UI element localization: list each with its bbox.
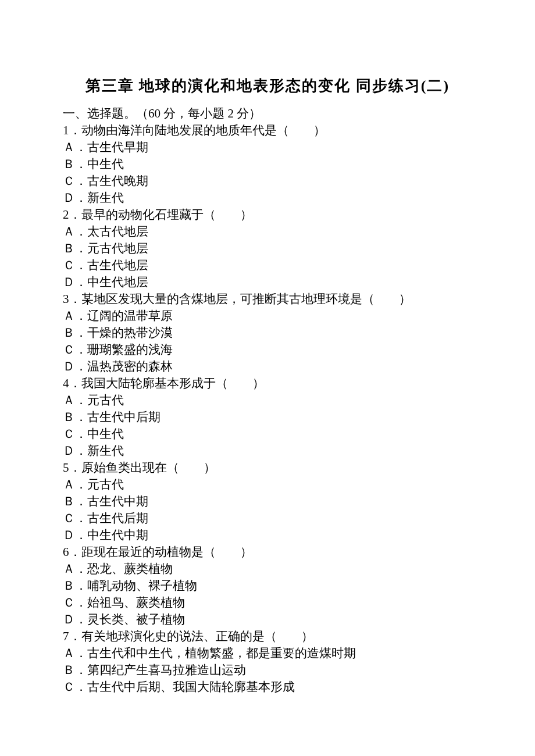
option-d: Ｄ．灵长类、被子植物 [63, 611, 472, 628]
question-stem: 2．最早的动物化石埋藏于（ ） [63, 206, 472, 223]
option-c: Ｃ．古生代地层 [63, 257, 472, 274]
option-b: Ｂ．古生代中后期 [63, 409, 472, 426]
question-5: 5．原始鱼类出现在（ ） Ａ．元古代 Ｂ．古生代中期 Ｃ．古生代后期 Ｄ．中生代… [63, 459, 472, 544]
option-c: Ｃ．中生代 [63, 426, 472, 443]
option-d: Ｄ．新生代 [63, 190, 472, 206]
question-3: 3．某地区发现大量的含煤地层，可推断其古地理环境是（ ） Ａ．辽阔的温带草原 Ｂ… [63, 291, 472, 375]
option-b: Ｂ．元古代地层 [63, 240, 472, 257]
option-a: Ａ．恐龙、蕨类植物 [63, 561, 472, 577]
option-d: Ｄ．中生代地层 [63, 274, 472, 291]
question-stem: 6．距现在最近的动植物是（ ） [63, 544, 472, 561]
option-a: Ａ．古生代早期 [63, 139, 472, 156]
question-6: 6．距现在最近的动植物是（ ） Ａ．恐龙、蕨类植物 Ｂ．哺乳动物、裸子植物 Ｃ．… [63, 544, 472, 628]
question-stem: 1．动物由海洋向陆地发展的地质年代是（ ） [63, 122, 472, 139]
document-content: 第三章 地球的演化和地表形态的变化 同步练习(二) 一、选择题。（60 分，每小… [63, 76, 472, 696]
option-b: Ｂ．干燥的热带沙漠 [63, 324, 472, 341]
question-stem: 7．有关地球演化史的说法、正确的是（ ） [63, 628, 472, 645]
question-1: 1．动物由海洋向陆地发展的地质年代是（ ） Ａ．古生代早期 Ｂ．中生代 Ｃ．古生… [63, 122, 472, 206]
question-2: 2．最早的动物化石埋藏于（ ） Ａ．太古代地层 Ｂ．元古代地层 Ｃ．古生代地层 … [63, 206, 472, 291]
option-c: Ｃ．古生代后期 [63, 510, 472, 527]
option-d: Ｄ．中生代中期 [63, 527, 472, 544]
option-a: Ａ．元古代 [63, 392, 472, 409]
option-b: Ｂ．古生代中期 [63, 493, 472, 510]
option-d: Ｄ．温热茂密的森林 [63, 358, 472, 375]
chapter-title: 第三章 地球的演化和地表形态的变化 同步练习(二) [63, 76, 472, 96]
option-a: Ａ．古生代和中生代，植物繁盛，都是重要的造煤时期 [63, 645, 472, 662]
option-c: Ｃ．古生代中后期、我国大陆轮廓基本形成 [63, 679, 472, 696]
question-7: 7．有关地球演化史的说法、正确的是（ ） Ａ．古生代和中生代，植物繁盛，都是重要… [63, 628, 472, 696]
option-a: Ａ．太古代地层 [63, 223, 472, 240]
option-b: Ｂ．第四纪产生喜马拉雅造山运动 [63, 662, 472, 679]
section-header: 一、选择题。（60 分，每小题 2 分） [63, 105, 472, 122]
option-a: Ａ．元古代 [63, 476, 472, 493]
option-c: Ｃ．始祖鸟、蕨类植物 [63, 594, 472, 611]
option-c: Ｃ．珊瑚繁盛的浅海 [63, 341, 472, 358]
option-b: Ｂ．中生代 [63, 156, 472, 173]
option-b: Ｂ．哺乳动物、裸子植物 [63, 577, 472, 594]
option-a: Ａ．辽阔的温带草原 [63, 308, 472, 324]
option-d: Ｄ．新生代 [63, 443, 472, 459]
question-stem: 3．某地区发现大量的含煤地层，可推断其古地理环境是（ ） [63, 291, 472, 308]
option-c: Ｃ．古生代晚期 [63, 173, 472, 190]
question-stem: 5．原始鱼类出现在（ ） [63, 459, 472, 476]
question-4: 4．我国大陆轮廓基本形成于（ ） Ａ．元古代 Ｂ．古生代中后期 Ｃ．中生代 Ｄ．… [63, 375, 472, 459]
question-stem: 4．我国大陆轮廓基本形成于（ ） [63, 375, 472, 392]
